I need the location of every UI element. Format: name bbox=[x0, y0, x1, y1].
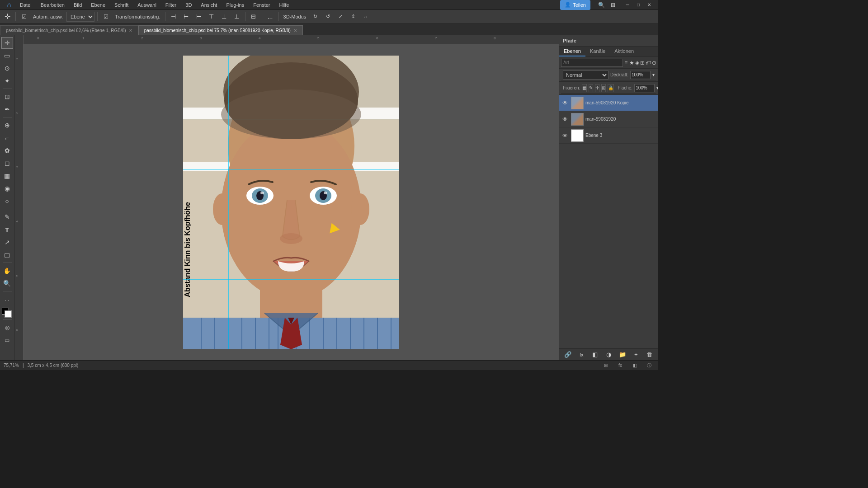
filter-toggle[interactable]: ⊙ bbox=[652, 58, 656, 67]
layer-link-button[interactable]: 🔗 bbox=[563, 350, 572, 359]
shape-tool[interactable]: ▢ bbox=[1, 249, 13, 261]
panel-tab-aktionen[interactable]: Aktionen bbox=[610, 47, 638, 56]
panel-tab-ebenen[interactable]: Ebenen bbox=[559, 47, 585, 56]
crop-tool[interactable]: ⊡ bbox=[1, 91, 13, 103]
text-tool[interactable]: T bbox=[1, 224, 13, 235]
minimize-button[interactable]: ─ bbox=[622, 0, 633, 10]
transform-check[interactable]: ☑ bbox=[100, 11, 111, 22]
lock-paint-button[interactable]: ✎ bbox=[589, 84, 593, 92]
heal-tool[interactable]: ⊕ bbox=[1, 119, 13, 131]
layer-delete-button[interactable]: 🗑 bbox=[645, 350, 654, 359]
filter-type-button[interactable]: ≡ bbox=[624, 58, 628, 67]
3d-btn-3[interactable]: ⤢ bbox=[335, 11, 346, 22]
lock-position-button[interactable]: ✛ bbox=[595, 84, 599, 92]
screen-mode-button[interactable]: ▭ bbox=[1, 334, 13, 346]
move-tool[interactable]: ✛ bbox=[1, 37, 13, 49]
align-center-h-button[interactable]: ⊥ bbox=[219, 11, 230, 22]
path-select-tool[interactable]: ↗ bbox=[1, 236, 13, 248]
opacity-dropdown-icon[interactable]: ▾ bbox=[652, 72, 655, 77]
layer-3-visibility[interactable]: 👁 bbox=[561, 131, 569, 140]
status-timeline-button[interactable]: ⊞ bbox=[600, 360, 611, 371]
filter-color-button[interactable]: 🏷 bbox=[646, 58, 651, 67]
layer-mask-button[interactable]: ◧ bbox=[590, 350, 599, 359]
tab-1-close[interactable]: ✕ bbox=[129, 28, 132, 33]
quick-mask-button[interactable]: ◎ bbox=[1, 322, 13, 333]
3d-btn-2[interactable]: ↺ bbox=[322, 11, 333, 22]
align-right-button[interactable]: ⊢ bbox=[193, 11, 204, 22]
select-rect-tool[interactable]: ▭ bbox=[1, 50, 13, 61]
3d-btn-4[interactable]: ⇕ bbox=[348, 11, 359, 22]
tab-2-close[interactable]: ✕ bbox=[293, 28, 297, 33]
dodge-tool[interactable]: ○ bbox=[1, 195, 13, 207]
layer-item-2[interactable]: 👁 man-59081920 bbox=[559, 111, 658, 127]
3d-btn-5[interactable]: ↔ bbox=[360, 11, 371, 22]
magic-wand-tool[interactable]: ✦ bbox=[1, 75, 13, 87]
layer-2-visibility[interactable]: 👁 bbox=[561, 115, 569, 123]
layer-adjustment-button[interactable]: ◑ bbox=[604, 350, 613, 359]
status-fx-button[interactable]: fx bbox=[615, 360, 626, 371]
menu-bearbeiten[interactable]: Bearbeiten bbox=[37, 1, 68, 9]
layer-item-3[interactable]: 👁 Ebene 3 bbox=[559, 127, 658, 144]
lock-artboard-button[interactable]: ⊞ bbox=[601, 84, 606, 92]
lasso-tool[interactable]: ⊙ bbox=[1, 62, 13, 74]
share-button[interactable]: 👤 Teilen bbox=[560, 0, 590, 10]
search-top-button[interactable]: 🔍 bbox=[596, 0, 607, 10]
opacity-input[interactable] bbox=[630, 71, 651, 79]
align-top-button[interactable]: ⊤ bbox=[206, 11, 217, 22]
blur-tool[interactable]: ◉ bbox=[1, 183, 13, 194]
close-button[interactable]: ✕ bbox=[644, 0, 655, 10]
status-info-button[interactable]: ⓘ bbox=[644, 360, 655, 371]
extras-tool[interactable]: … bbox=[1, 293, 13, 305]
tab-1[interactable]: passbild_biometrisch_chip.psd bei 62,6% … bbox=[0, 25, 138, 35]
align-bottom-button[interactable]: ⊥ bbox=[231, 11, 242, 22]
tab-2[interactable]: passbild_biometrisch_chip.psd bei 75,7% … bbox=[138, 25, 303, 35]
lock-all-button[interactable]: 🔒 bbox=[608, 84, 614, 92]
layer-1-visibility[interactable]: 👁 bbox=[561, 99, 569, 107]
zoom-tool[interactable]: 🔍 bbox=[1, 277, 13, 289]
eyedropper-tool[interactable]: ✒ bbox=[1, 103, 13, 115]
distribute-button[interactable]: ⊟ bbox=[248, 11, 259, 22]
3d-btn-1[interactable]: ↻ bbox=[310, 11, 321, 22]
menu-ebene[interactable]: Ebene bbox=[87, 1, 109, 9]
layer-select[interactable]: Ebene bbox=[66, 12, 94, 22]
menu-schrift[interactable]: Schrift bbox=[111, 1, 132, 9]
layout-top-button[interactable]: ⊞ bbox=[608, 0, 618, 10]
menu-hilfe[interactable]: Hilfe bbox=[275, 1, 292, 9]
menu-bild[interactable]: Bild bbox=[70, 1, 85, 9]
fill-input[interactable] bbox=[634, 84, 655, 92]
filter-attr-button[interactable]: ⊞ bbox=[640, 58, 645, 67]
hand-tool[interactable]: ✋ bbox=[1, 265, 13, 277]
menu-plugins[interactable]: Plug-ins bbox=[222, 1, 248, 9]
align-left-button[interactable]: ⊣ bbox=[168, 11, 179, 22]
lock-transparent-button[interactable]: ▦ bbox=[582, 84, 587, 92]
menu-3d[interactable]: 3D bbox=[182, 1, 195, 9]
layer-fx-button[interactable]: fx bbox=[577, 350, 586, 359]
move-tool-button[interactable]: ✛ bbox=[2, 11, 13, 22]
pen-tool[interactable]: ✎ bbox=[1, 211, 13, 223]
menu-filter[interactable]: Filter bbox=[162, 1, 180, 9]
maximize-button[interactable]: □ bbox=[633, 0, 644, 10]
app-home-button[interactable]: ⌂ bbox=[4, 0, 14, 10]
more-options-button[interactable]: ... bbox=[265, 11, 276, 22]
menu-datei[interactable]: Datei bbox=[16, 1, 35, 9]
menu-fenster[interactable]: Fenster bbox=[250, 1, 274, 9]
layer-group-button[interactable]: 📁 bbox=[618, 350, 627, 359]
layer-add-button[interactable]: + bbox=[632, 350, 641, 359]
brush-tool[interactable]: ⌐ bbox=[1, 132, 13, 144]
align-center-v-button[interactable]: ⊢ bbox=[181, 11, 192, 22]
layer-item-1[interactable]: 👁 man-59081920 Kopie bbox=[559, 95, 658, 111]
status-mask-button[interactable]: ◧ bbox=[629, 360, 640, 371]
gradient-tool[interactable]: ▦ bbox=[1, 170, 13, 182]
menu-ansicht[interactable]: Ansicht bbox=[197, 1, 221, 9]
filter-effects-button[interactable]: ★ bbox=[629, 58, 634, 67]
canvas-area[interactable]: 0 1 2 3 4 5 6 7 8 1 2 3 4 5 6 bbox=[14, 35, 559, 360]
clone-tool[interactable]: ✿ bbox=[1, 145, 13, 156]
layers-search-input[interactable] bbox=[561, 59, 623, 67]
eraser-tool[interactable]: ◻ bbox=[1, 157, 13, 169]
fill-dropdown-icon[interactable]: ▾ bbox=[656, 85, 658, 90]
auto-select-button[interactable]: ☑ bbox=[19, 11, 29, 22]
menu-auswahl[interactable]: Auswahl bbox=[134, 1, 160, 9]
foreground-color[interactable] bbox=[2, 308, 13, 318]
filter-mode-button[interactable]: ◈ bbox=[635, 58, 640, 67]
panel-tab-kanaele[interactable]: Kanäle bbox=[585, 47, 610, 56]
